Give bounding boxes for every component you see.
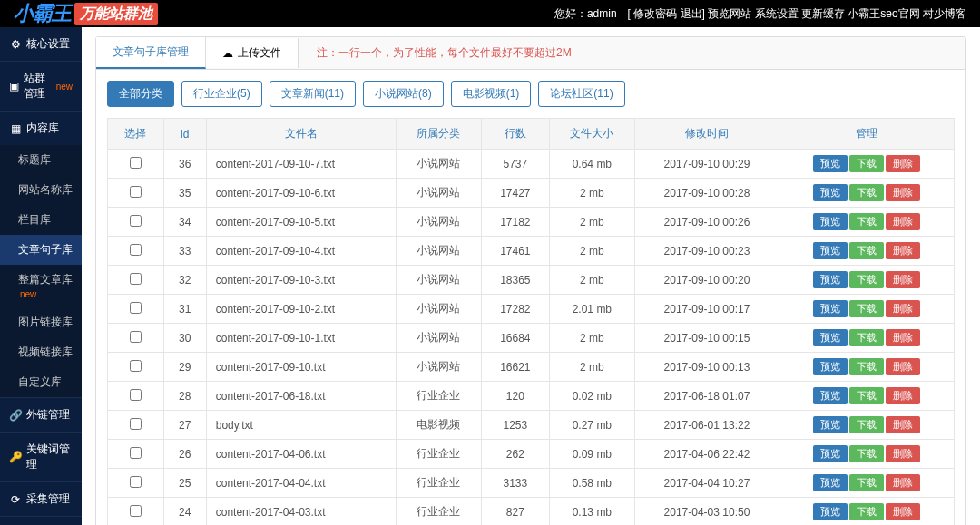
sidebar: ⚙ 核心设置▣ 站群管理new▦ 内容库标题库网站名称库栏目库文章句子库整篇文章…: [0, 27, 82, 525]
download-button[interactable]: 下载: [849, 445, 884, 462]
sidebar-item-视频链接库[interactable]: 视频链接库: [0, 337, 82, 367]
row-checkbox[interactable]: [130, 186, 142, 198]
download-button[interactable]: 下载: [849, 329, 884, 346]
header-link[interactable]: 更新缓存: [801, 7, 845, 20]
header-link[interactable]: 预览网站: [708, 7, 751, 20]
tab-上传文件[interactable]: ☁ 上传文件: [206, 38, 299, 68]
delete-button[interactable]: 删除: [886, 300, 920, 317]
header-link[interactable]: 系统设置: [755, 7, 799, 20]
col-header: 所属分类: [396, 119, 482, 150]
row-checkbox[interactable]: [130, 447, 142, 459]
download-button[interactable]: 下载: [849, 213, 884, 230]
sidebar-item-网站名称库[interactable]: 网站名称库: [0, 175, 82, 205]
preview-button[interactable]: 预览: [813, 213, 848, 230]
filter-电影视频(1)[interactable]: 电影视频(1): [451, 81, 532, 107]
preview-button[interactable]: 预览: [813, 445, 848, 462]
filter-全部分类[interactable]: 全部分类: [107, 81, 174, 107]
sidebar-icon: ▦: [9, 122, 22, 135]
header-link[interactable]: [ 修改密码: [628, 7, 678, 20]
delete-button[interactable]: 删除: [886, 416, 920, 433]
col-header: 修改时间: [635, 119, 779, 150]
preview-button[interactable]: 预览: [813, 416, 848, 433]
preview-button[interactable]: 预览: [813, 300, 848, 317]
sidebar-group-核心设置[interactable]: ⚙ 核心设置: [0, 27, 82, 61]
table-row: 32content-2017-09-10-3.txt小说网站183652 mb2…: [108, 266, 955, 295]
header-link[interactable]: 小霸王seo官网: [848, 7, 919, 20]
header-link[interactable]: 村少博客: [923, 7, 966, 20]
row-checkbox[interactable]: [130, 360, 142, 372]
preview-button[interactable]: 预览: [813, 387, 848, 404]
download-button[interactable]: 下载: [849, 242, 884, 259]
filter-文章新闻(11)[interactable]: 文章新闻(11): [270, 81, 356, 107]
delete-button[interactable]: 删除: [886, 213, 920, 230]
sidebar-group-站群管理[interactable]: ▣ 站群管理new: [0, 62, 82, 111]
delete-button[interactable]: 删除: [886, 329, 920, 346]
col-header: 管理: [779, 119, 954, 150]
filter-行业企业(5)[interactable]: 行业企业(5): [181, 81, 262, 107]
delete-button[interactable]: 删除: [886, 387, 920, 404]
sidebar-item-栏目库[interactable]: 栏目库: [0, 205, 82, 235]
sidebar-group-模板管理[interactable]: ▤ 模板管理: [0, 517, 82, 525]
delete-button[interactable]: 删除: [886, 184, 920, 201]
delete-button[interactable]: 删除: [886, 155, 920, 172]
preview-button[interactable]: 预览: [813, 155, 848, 172]
filter-row: 全部分类行业企业(5)文章新闻(11)小说网站(8)电影视频(1)论坛社区(11…: [107, 81, 955, 107]
preview-button[interactable]: 预览: [813, 503, 848, 520]
sidebar-item-文章句子库[interactable]: 文章句子库: [0, 235, 82, 265]
download-button[interactable]: 下载: [849, 474, 884, 491]
sidebar-item-图片链接库[interactable]: 图片链接库: [0, 307, 82, 337]
preview-button[interactable]: 预览: [813, 271, 848, 288]
tab-文章句子库管理[interactable]: 文章句子库管理: [96, 37, 206, 69]
delete-button[interactable]: 删除: [886, 242, 920, 259]
delete-button[interactable]: 删除: [886, 474, 920, 491]
delete-button[interactable]: 删除: [886, 503, 920, 520]
sidebar-icon: 🔗: [9, 409, 22, 422]
row-checkbox[interactable]: [130, 389, 142, 401]
sidebar-group-采集管理[interactable]: ⟳ 采集管理: [0, 482, 82, 516]
delete-button[interactable]: 删除: [886, 271, 920, 288]
download-button[interactable]: 下载: [849, 387, 884, 404]
row-checkbox[interactable]: [130, 505, 142, 517]
sidebar-group-外链管理[interactable]: 🔗 外链管理: [0, 398, 82, 432]
main-content: 文章句子库管理☁ 上传文件注：一行一个，为了性能，每个文件最好不要超过2M 全部…: [82, 27, 980, 525]
welcome-text: 您好：admin: [554, 6, 617, 22]
row-checkbox[interactable]: [130, 418, 142, 430]
preview-button[interactable]: 预览: [813, 184, 848, 201]
delete-button[interactable]: 删除: [886, 445, 920, 462]
row-checkbox[interactable]: [130, 476, 142, 488]
preview-button[interactable]: 预览: [813, 358, 848, 375]
download-button[interactable]: 下载: [849, 155, 884, 172]
sidebar-item-整篇文章库[interactable]: 整篇文章库new: [0, 265, 82, 307]
row-checkbox[interactable]: [130, 215, 142, 227]
header-nav: 您好：admin [ 修改密码 退出] 预览网站 系统设置 更新缓存 小霸王se…: [554, 6, 966, 22]
sidebar-icon: ▣: [9, 80, 19, 92]
row-checkbox[interactable]: [130, 331, 142, 343]
row-checkbox[interactable]: [130, 244, 142, 256]
download-button[interactable]: 下载: [849, 416, 884, 433]
table-row: 34content-2017-09-10-5.txt小说网站171822 mb2…: [108, 208, 955, 237]
preview-button[interactable]: 预览: [813, 329, 848, 346]
download-button[interactable]: 下载: [849, 184, 884, 201]
sidebar-item-自定义库[interactable]: 自定义库: [0, 367, 82, 397]
preview-button[interactable]: 预览: [813, 474, 848, 491]
sidebar-icon: 🔑: [9, 451, 22, 463]
row-checkbox[interactable]: [130, 157, 142, 169]
sidebar-group-内容库[interactable]: ▦ 内容库: [0, 112, 82, 145]
download-button[interactable]: 下载: [849, 300, 884, 317]
download-button[interactable]: 下载: [849, 271, 884, 288]
sidebar-item-标题库[interactable]: 标题库: [0, 145, 82, 175]
data-table: 选择id文件名所属分类行数文件大小修改时间管理 36content-2017-0…: [107, 118, 955, 525]
sidebar-icon: ⚙: [9, 38, 22, 51]
sidebar-group-关键词管理[interactable]: 🔑 关键词管理: [0, 433, 82, 481]
delete-button[interactable]: 删除: [886, 358, 920, 375]
row-checkbox[interactable]: [130, 302, 142, 314]
sidebar-icon: ⟳: [9, 493, 22, 506]
row-checkbox[interactable]: [130, 273, 142, 285]
filter-论坛社区(11)[interactable]: 论坛社区(11): [538, 81, 624, 107]
download-button[interactable]: 下载: [849, 358, 884, 375]
filter-小说网站(8)[interactable]: 小说网站(8): [363, 81, 444, 107]
preview-button[interactable]: 预览: [813, 242, 848, 259]
header-link[interactable]: 退出]: [681, 7, 705, 20]
download-button[interactable]: 下载: [849, 503, 884, 520]
table-row: 31content-2017-09-10-2.txt小说网站172822.01 …: [108, 295, 955, 324]
